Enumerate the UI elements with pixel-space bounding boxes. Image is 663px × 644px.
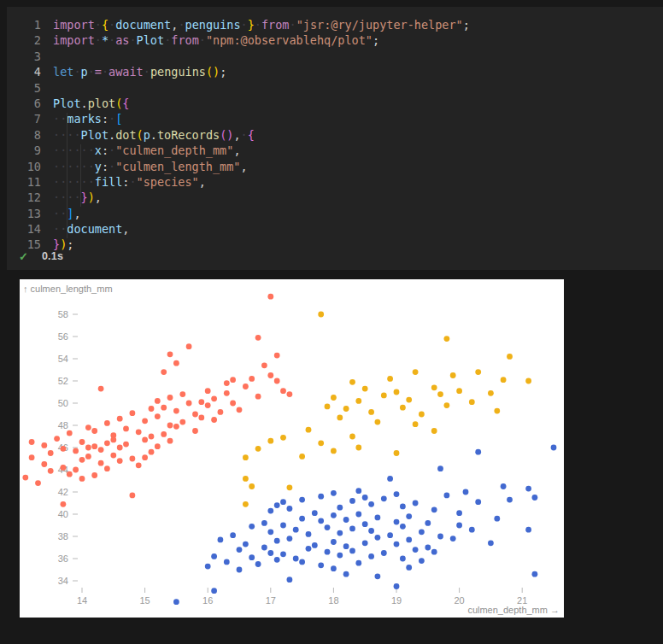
code-line[interactable]: 13··], [7, 206, 663, 221]
svg-text:14: 14 [77, 595, 87, 606]
code-line[interactable]: 12····}), [7, 190, 663, 205]
line-number: 7 [7, 111, 41, 126]
indent-guide [67, 113, 67, 238]
code-line[interactable]: 5 [7, 80, 663, 96]
svg-text:40: 40 [58, 509, 68, 519]
svg-text:17: 17 [266, 595, 276, 606]
cell-status-bar: ✓ 0.1s [7, 248, 63, 265]
line-number: 4 [7, 64, 41, 79]
svg-text:42: 42 [58, 487, 68, 497]
svg-text:15: 15 [139, 595, 150, 606]
code-line[interactable]: 11······fill:·"species", [7, 174, 663, 190]
line-number: 5 [7, 80, 41, 96]
code-line[interactable]: 3 [7, 49, 663, 64]
line-number: 1 [7, 17, 41, 32]
svg-text:18: 18 [328, 595, 338, 606]
svg-text:38: 38 [58, 531, 68, 542]
code-line[interactable]: 8····Plot.dot(p.toRecords(),·{ [7, 127, 663, 143]
svg-text:48: 48 [58, 420, 68, 430]
svg-text:56: 56 [58, 331, 68, 342]
line-number: 10 [7, 159, 41, 174]
line-number: 13 [7, 206, 41, 221]
code-line[interactable]: 4let·p·=·await·penguins(); [7, 64, 663, 79]
cell-output-panel: 1415161718192021343638404244464850525456… [20, 279, 564, 618]
success-check-icon: ✓ [19, 250, 28, 263]
svg-text:50: 50 [58, 398, 68, 408]
execution-duration: 0.1s [42, 250, 63, 262]
scatter-plot: 1415161718192021343638404244464850525456… [20, 279, 564, 618]
line-number: 3 [7, 49, 41, 64]
y-axis-label: ↑ culmen_length_mm [23, 284, 113, 294]
svg-text:54: 54 [58, 354, 68, 364]
svg-text:20: 20 [454, 595, 464, 606]
notebook-code-cell: 1import·{·document,·penguins·}·from·"jsr… [7, 7, 663, 270]
line-number: 12 [7, 190, 41, 205]
line-number: 11 [7, 174, 41, 190]
code-line[interactable]: 1import·{·document,·penguins·}·from·"jsr… [7, 17, 663, 32]
line-number: 2 [7, 32, 41, 48]
code-lines: 1import·{·document,·penguins·}·from·"jsr… [7, 17, 663, 253]
svg-text:19: 19 [391, 595, 402, 606]
series-gold-dots [243, 312, 531, 507]
code-line[interactable]: 7··marks:·[ [7, 111, 663, 126]
code-line[interactable]: 2import·*·as·Plot·from·"npm:@observableh… [7, 32, 663, 48]
code-line[interactable]: 9······x:·"culmen_depth_mm", [7, 143, 663, 158]
code-line[interactable]: 6Plot.plot({ [7, 96, 663, 111]
svg-text:36: 36 [58, 553, 68, 564]
series-blue-dots [173, 445, 556, 606]
svg-text:16: 16 [202, 595, 213, 606]
line-number: 9 [7, 143, 41, 158]
line-number: 8 [7, 127, 41, 143]
svg-text:58: 58 [58, 309, 68, 319]
code-editor[interactable]: 1import·{·document,·penguins·}·from·"jsr… [7, 17, 663, 253]
code-line[interactable]: 10······y:·"culmen_length_mm", [7, 159, 663, 174]
svg-text:34: 34 [58, 576, 68, 586]
x-axis-label: culmen_depth_mm → [467, 605, 560, 615]
code-line[interactable]: 14··document, [7, 221, 663, 237]
code-line[interactable]: 15}); [7, 237, 663, 252]
indent-guide [80, 144, 81, 207]
line-number: 14 [7, 221, 41, 237]
svg-text:52: 52 [58, 376, 68, 386]
line-number: 6 [7, 96, 41, 111]
